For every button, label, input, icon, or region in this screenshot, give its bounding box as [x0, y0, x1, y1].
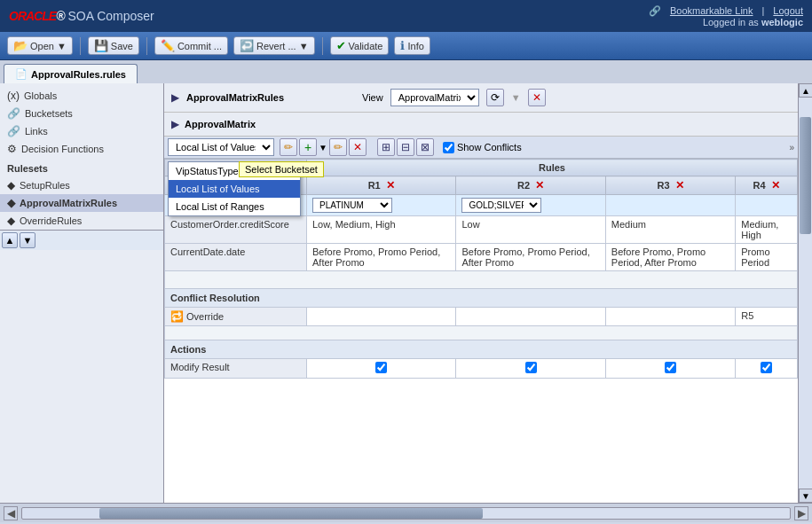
refresh-button[interactable]: ⟳	[486, 89, 504, 106]
nav-up-arrow[interactable]: ▲	[2, 232, 18, 248]
checkbox-r3[interactable]	[665, 362, 676, 373]
table-row: CustomerOrder.creditScore Low, Medium, H…	[165, 216, 798, 244]
sidebar-item-setup-rules[interactable]: ◆ SetupRules	[0, 176, 163, 194]
show-conflicts-wrap: Show Conflicts	[443, 142, 522, 153]
grid-button3[interactable]: ⊠	[416, 138, 434, 156]
rules-header: Rules	[307, 160, 798, 176]
override-rules-icon: ◆	[7, 215, 15, 227]
outer-container: (x) Globals 🔗 Bucketsets 🔗 Links ⚙ Decis…	[0, 83, 812, 522]
select-r1-vip[interactable]: PLATINUM GOLD	[312, 198, 392, 213]
matrix-expand-icon: ▶	[171, 118, 179, 130]
scroll-down-arrow[interactable]: ▼	[799, 489, 812, 503]
scroll-track[interactable]	[799, 98, 812, 489]
col-header-r3: R3 ✕	[605, 176, 735, 195]
matrix-name: ApprovalMatrix	[185, 119, 256, 129]
cell-r4-date: Promo Period	[736, 244, 798, 271]
checkbox-r2[interactable]	[525, 362, 537, 373]
grid-button2[interactable]: ⊟	[397, 138, 414, 156]
cell-r4-vip	[736, 195, 798, 216]
actions-header: Actions	[165, 340, 798, 359]
sidebar-item-globals[interactable]: (x) Globals	[0, 87, 163, 105]
logout-link[interactable]: Logout	[773, 5, 803, 16]
edit-bucket-button[interactable]: ✏	[280, 138, 297, 156]
delete-r4[interactable]: ✕	[771, 179, 780, 192]
folder-icon: 📂	[13, 39, 28, 52]
view-select[interactable]: ApprovalMatrix IF/THEN	[390, 89, 479, 106]
save-button[interactable]: 💾 Save	[88, 36, 139, 55]
rules-toolbar: ▶ ApprovalMatrixRules View ApprovalMatri…	[164, 83, 798, 113]
scroll-thumb	[800, 117, 811, 234]
checkbox-r4[interactable]	[761, 362, 772, 373]
tab-label: ApprovalRules.rules	[31, 69, 126, 80]
user-info: Logged in as weblogic	[703, 17, 803, 27]
nav-down-arrow[interactable]: ▼	[20, 232, 35, 248]
open-button[interactable]: 📂 Open ▼	[7, 36, 73, 55]
checkbox-r1[interactable]	[375, 362, 387, 373]
add-bucket-button[interactable]: +	[299, 138, 317, 156]
rulesets-section-label: Rulesets	[0, 158, 163, 176]
validate-button[interactable]: ✔ Validate	[330, 36, 390, 55]
cell-r3-vip	[605, 195, 735, 216]
show-conflicts-checkbox[interactable]	[443, 142, 454, 153]
bucketsets-icon: 🔗	[7, 107, 20, 120]
header-links: 🔗 Bookmarkable Link | Logout	[649, 5, 803, 17]
expand-all-btn[interactable]: »	[789, 143, 794, 153]
revert-icon: ↩️	[240, 39, 254, 52]
h-scroll-left[interactable]: ◀	[4, 506, 18, 520]
col-header-r2: R2 ✕	[456, 176, 605, 195]
h-scroll-right[interactable]: ▶	[794, 506, 808, 520]
main-toolbar: 📂 Open ▼ 💾 Save ✏️ Commit ... ↩️ Revert …	[0, 32, 812, 60]
approval-rules-tab[interactable]: 📄 ApprovalRules.rules	[4, 64, 138, 83]
spacer-row2	[165, 326, 798, 340]
cell-r3-date: Before Promo, Promo Period, After Promo	[605, 244, 735, 271]
rule-set-name: ApprovalMatrixRules	[186, 92, 284, 103]
table-row: CurrentDate.date Before Promo, Promo Per…	[165, 244, 798, 271]
delete-r2[interactable]: ✕	[535, 179, 544, 192]
commit-button[interactable]: ✏️ Commit ...	[154, 36, 228, 55]
sidebar-item-decision-functions[interactable]: ⚙ Decision Functions	[0, 140, 163, 158]
select-r2-vip[interactable]: GOLD;SILVER PLATINUM	[461, 198, 541, 213]
open-dropdown-icon[interactable]: ▼	[57, 41, 67, 51]
approval-matrix-rules-icon: ◆	[7, 197, 15, 209]
cell-modify-r4	[736, 359, 798, 379]
dropdown-item-local-ranges[interactable]: Local List of Ranges	[169, 198, 300, 215]
tab-icon: 📄	[15, 68, 28, 80]
add-dropdown-icon[interactable]: ▼	[319, 143, 327, 153]
delete-view-button[interactable]: ✕	[528, 89, 546, 106]
save-icon: 💾	[94, 39, 108, 52]
delete-bucket-button[interactable]: ✕	[349, 138, 367, 156]
sidebar-item-links[interactable]: 🔗 Links	[0, 122, 163, 140]
cell-modify-r3	[605, 359, 735, 379]
cell-r1-credit: Low, Medium, High	[307, 216, 456, 244]
info-button[interactable]: ℹ Info	[394, 36, 430, 55]
label-credit-score: CustomerOrder.creditScore	[165, 216, 307, 244]
scroll-up-arrow[interactable]: ▲	[799, 83, 812, 98]
h-scrollbar[interactable]	[21, 507, 791, 520]
cell-modify-r2	[456, 359, 605, 379]
delete-r3[interactable]: ✕	[675, 179, 684, 192]
separator	[80, 37, 81, 55]
bucket-toolbar: VipStatusType Local List of Values Local…	[164, 137, 798, 159]
conflict-resolution-label: Conflict Resolution	[165, 289, 798, 308]
bookmarkable-link[interactable]: Bookmarkable Link	[670, 5, 753, 16]
vertical-scrollbar: ▲ ▼	[798, 83, 812, 503]
revert-button[interactable]: ↩️ Revert ... ▼	[233, 36, 315, 55]
sidebar-item-bucketsets[interactable]: 🔗 Bucketsets	[0, 105, 163, 122]
grid-button1[interactable]: ⊞	[377, 138, 395, 156]
inner-main: (x) Globals 🔗 Bucketsets 🔗 Links ⚙ Decis…	[0, 83, 812, 503]
sidebar-item-approval-matrix-rules[interactable]: ◆ ApprovalMatrixRules	[0, 194, 163, 212]
cell-r2-credit: Low	[456, 216, 605, 244]
edit2-button[interactable]: ✏	[329, 138, 347, 156]
cell-override-r3	[605, 308, 735, 326]
bucket-type-select[interactable]: VipStatusType Local List of Values Local…	[168, 138, 274, 156]
delete-r1[interactable]: ✕	[386, 179, 395, 192]
dropdown-item-local-list[interactable]: Local List of Values	[169, 180, 300, 198]
bucket-select-wrap: VipStatusType Local List of Values Local…	[168, 138, 274, 156]
revert-dropdown-icon[interactable]: ▼	[299, 41, 309, 51]
table-row: 🔁 Override R5	[165, 308, 798, 326]
app-title: SOA Composer	[67, 9, 154, 23]
left-panel: (x) Globals 🔗 Bucketsets 🔗 Links ⚙ Decis…	[0, 83, 164, 503]
label-current-date: CurrentDate.date	[165, 244, 307, 271]
sidebar-item-override-rules[interactable]: ◆ OverrideRules	[0, 212, 163, 230]
label-override: 🔁 Override	[165, 308, 307, 326]
